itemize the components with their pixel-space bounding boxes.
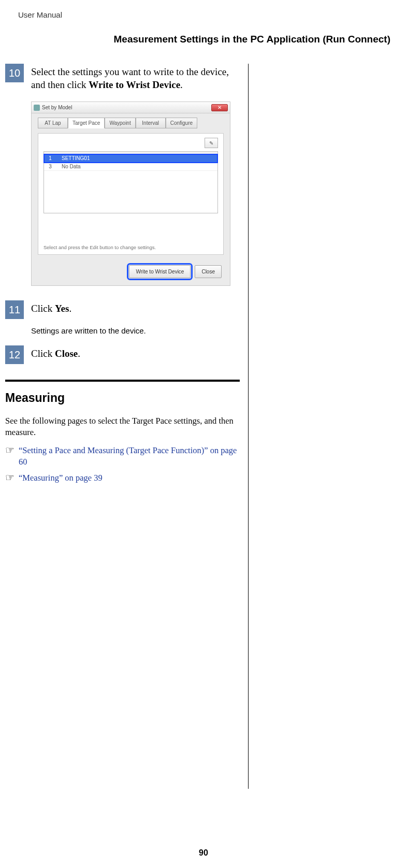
edit-button-row: ✎ [43, 138, 218, 148]
window-title-left: Set by Model [34, 105, 72, 111]
step-text-bold: Write to Wrist Device [89, 79, 180, 90]
step-text-post: . [180, 79, 183, 90]
row-value: No Data [56, 164, 217, 169]
step-12: 12 Click Close. [5, 345, 240, 364]
list-row-selected[interactable]: 1 SETTING01 [44, 154, 217, 163]
section-divider [5, 380, 240, 382]
step-text-post: . [69, 303, 71, 314]
step-subtext: Settings are written to the device. [31, 326, 240, 335]
tab-configure[interactable]: Configure [166, 118, 197, 128]
edit-button[interactable]: ✎ [205, 138, 218, 148]
tab-target-pace[interactable]: Target Pace [68, 118, 105, 128]
list-header-no [44, 152, 54, 154]
window-body: AT Lap Target Pace Waypoint Interval Con… [32, 113, 230, 285]
app-icon [34, 105, 40, 111]
section-title: Measurement Settings in the PC Applicati… [5, 34, 391, 45]
step-text-bold: Yes [55, 303, 69, 314]
step-text: Click Yes. [31, 300, 71, 315]
step-number-badge: 10 [5, 64, 24, 82]
pencil-icon: ✎ [209, 140, 213, 146]
subsection-heading: Measuring [5, 391, 240, 405]
window-close-button[interactable]: ✕ [211, 104, 228, 111]
cross-reference: ☞ “Measuring” on page 39 [5, 472, 240, 483]
step-11: 11 Click Yes. [5, 300, 240, 319]
step-number-badge: 11 [5, 300, 24, 319]
dialog-footer: Write to Wrist Device Close [38, 262, 224, 280]
pointing-hand-icon: ☞ [5, 445, 14, 455]
xref-link[interactable]: “Setting a Pace and Measuring (Target Pa… [19, 445, 240, 467]
page-number: 90 [199, 848, 208, 858]
left-column: 10 Select the settings you want to write… [5, 64, 249, 789]
paragraph: See the following pages to select the Ta… [5, 415, 240, 438]
xref-link[interactable]: “Measuring” on page 39 [19, 472, 103, 483]
pointing-hand-icon: ☞ [5, 472, 14, 483]
step-text: Click Close. [31, 345, 80, 360]
step-number-badge: 12 [5, 345, 24, 364]
row-index: 1 [44, 155, 56, 161]
step-text-post: . [78, 348, 80, 359]
content-two-column: 10 Select the settings you want to write… [5, 64, 391, 789]
tab-panel: ✎ 1 SETTING01 3 [38, 133, 224, 255]
settings-list[interactable]: 1 SETTING01 3 No Data [43, 151, 218, 213]
cross-reference: ☞ “Setting a Pace and Measuring (Target … [5, 445, 240, 467]
tab-waypoint[interactable]: Waypoint [105, 118, 135, 128]
list-header-name [55, 152, 217, 154]
hint-text: Select and press the Edit button to chan… [43, 244, 218, 254]
window-titlebar: Set by Model ✕ [32, 102, 230, 113]
header-label: User Manual [18, 10, 391, 19]
step-text-pre: Click [31, 348, 55, 359]
step-text: Select the settings you want to write to… [31, 64, 240, 91]
window-title: Set by Model [42, 105, 72, 110]
write-to-wrist-device-button[interactable]: Write to Wrist Device [129, 265, 191, 278]
tab-interval[interactable]: Interval [136, 118, 166, 128]
list-row[interactable]: 3 No Data [44, 163, 217, 171]
step-10: 10 Select the settings you want to write… [5, 64, 240, 91]
tab-at-lap[interactable]: AT Lap [38, 118, 68, 128]
row-index: 3 [44, 164, 56, 169]
embedded-screenshot: Set by Model ✕ AT Lap Target Pace Waypoi… [31, 102, 230, 286]
row-value: SETTING01 [56, 155, 217, 161]
close-button[interactable]: Close [195, 265, 222, 278]
step-text-pre: Click [31, 303, 55, 314]
tab-bar: AT Lap Target Pace Waypoint Interval Con… [38, 118, 224, 128]
step-text-bold: Close [55, 348, 78, 359]
